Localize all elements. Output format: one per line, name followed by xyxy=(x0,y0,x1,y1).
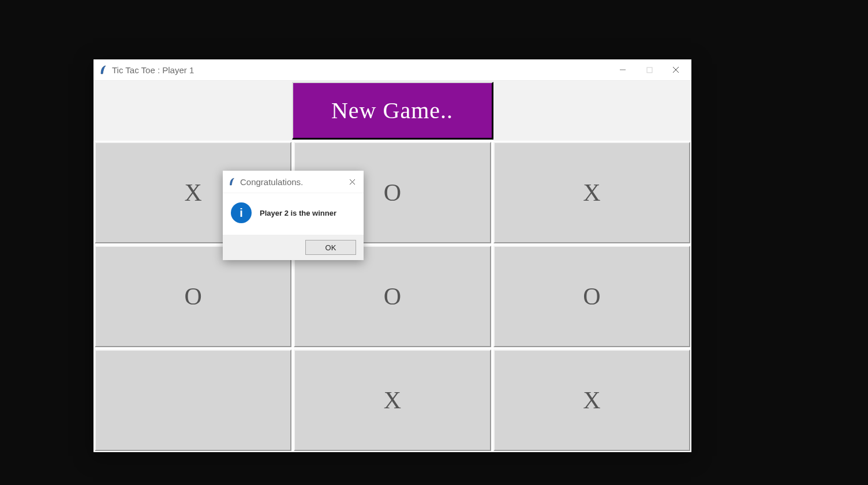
app-feather-icon xyxy=(99,65,107,74)
board-cell-5[interactable]: O xyxy=(493,246,690,347)
window-controls xyxy=(615,62,686,77)
dialog-close-button[interactable] xyxy=(346,176,358,187)
dialog-body: i Player 2 is the winner xyxy=(223,193,364,235)
dialog-message: Player 2 is the winner xyxy=(260,209,336,217)
game-window: Tic Tac Toe : Player 1 New Game.. X O X … xyxy=(93,59,691,452)
board-cell-8[interactable]: X xyxy=(493,349,690,451)
ok-label: OK xyxy=(326,243,336,252)
board-cell-2[interactable]: X xyxy=(493,142,690,243)
winner-dialog: Congratulations. i Player 2 is the winne… xyxy=(223,171,364,260)
board-cell-4[interactable]: O xyxy=(294,246,491,347)
info-glyph: i xyxy=(240,206,243,220)
dialog-footer: OK xyxy=(223,235,364,260)
window-title: Tic Tac Toe : Player 1 xyxy=(112,65,615,75)
toolbar: New Game.. xyxy=(93,81,691,141)
dialog-title: Congratulations. xyxy=(240,177,346,187)
board-cell-7[interactable]: X xyxy=(294,349,491,451)
ok-button[interactable]: OK xyxy=(305,240,356,255)
board-cell-6[interactable] xyxy=(95,349,291,451)
svg-rect-1 xyxy=(647,67,652,73)
new-game-label: New Game.. xyxy=(331,97,453,124)
info-icon: i xyxy=(231,202,252,223)
minimize-button[interactable] xyxy=(615,62,630,77)
maximize-button[interactable] xyxy=(642,62,657,77)
dialog-feather-icon xyxy=(229,178,235,186)
window-titlebar: Tic Tac Toe : Player 1 xyxy=(93,59,691,81)
game-board: X O X O O O X X xyxy=(93,141,691,452)
dialog-titlebar: Congratulations. xyxy=(223,171,364,193)
new-game-button[interactable]: New Game.. xyxy=(292,82,493,140)
close-button[interactable] xyxy=(668,62,683,77)
board-cell-3[interactable]: O xyxy=(95,246,291,347)
